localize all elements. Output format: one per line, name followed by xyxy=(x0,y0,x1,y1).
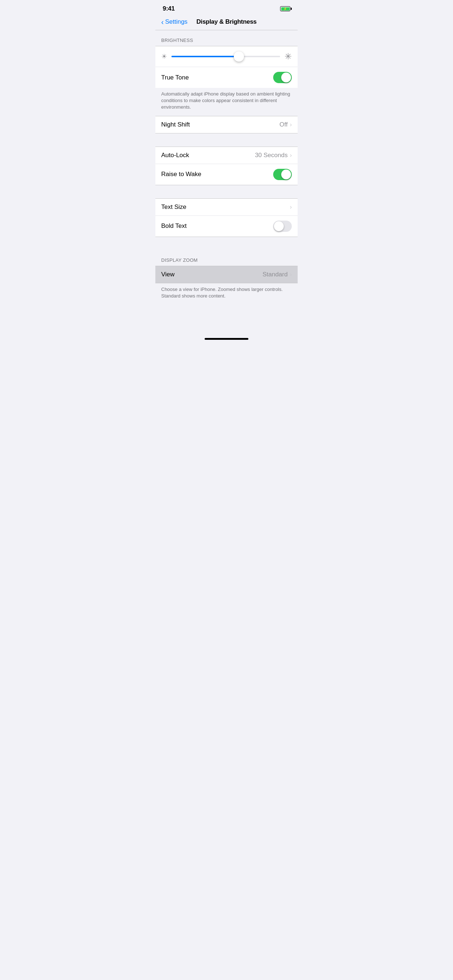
night-shift-label: Night Shift xyxy=(161,121,190,128)
back-label[interactable]: Settings xyxy=(165,18,187,25)
brightness-section-header: BRIGHTNESS xyxy=(155,30,298,46)
bold-text-cell[interactable]: Bold Text xyxy=(155,216,298,237)
text-size-cell[interactable]: Text Size › xyxy=(155,199,298,216)
brightness-slider-track[interactable] xyxy=(171,56,280,57)
auto-lock-label: Auto-Lock xyxy=(161,152,189,159)
raise-to-wake-label: Raise to Wake xyxy=(161,170,201,178)
display-zoom-section-header: DISPLAY ZOOM xyxy=(155,250,298,266)
brightness-card: ☀ ✳ True Tone xyxy=(155,46,298,88)
separator-1 xyxy=(155,134,298,146)
night-shift-value: Off xyxy=(279,121,287,128)
brightness-low-icon: ☀ xyxy=(161,52,167,60)
text-settings-card: Text Size › Bold Text xyxy=(155,198,298,237)
page-title: Display & Brightness xyxy=(194,18,259,25)
brightness-high-icon: ✳ xyxy=(284,51,292,62)
night-shift-card: Night Shift Off › xyxy=(155,116,298,134)
back-button[interactable]: ‹ Settings xyxy=(161,18,194,25)
bold-text-toggle[interactable] xyxy=(273,221,292,232)
brightness-slider-row[interactable]: ☀ ✳ xyxy=(155,46,298,67)
text-size-chevron-icon: › xyxy=(290,204,292,210)
view-cell[interactable]: View Standard › xyxy=(155,266,298,283)
home-indicator xyxy=(155,334,298,343)
display-zoom-card: View Standard › xyxy=(155,266,298,283)
true-tone-cell[interactable]: True Tone xyxy=(155,67,298,88)
text-size-label: Text Size xyxy=(161,204,187,211)
night-shift-cell[interactable]: Night Shift Off › xyxy=(155,116,298,133)
raise-to-wake-toggle-knob xyxy=(281,170,291,180)
status-time: 9:41 xyxy=(163,5,175,13)
raise-to-wake-toggle[interactable] xyxy=(273,169,292,180)
bold-text-label: Bold Text xyxy=(161,223,187,230)
home-bar xyxy=(205,338,248,340)
status-icons: ⚡ xyxy=(280,6,290,11)
view-value-container: Standard › xyxy=(263,271,292,278)
raise-to-wake-cell[interactable]: Raise to Wake xyxy=(155,164,298,185)
view-label: View xyxy=(161,271,175,278)
text-size-value-container: › xyxy=(290,204,292,210)
night-shift-value-container: Off › xyxy=(279,121,292,128)
view-value: Standard xyxy=(263,271,288,278)
brightness-slider-fill xyxy=(171,56,239,57)
separator-3 xyxy=(155,237,298,250)
auto-lock-chevron-icon: › xyxy=(290,152,292,159)
battery-icon: ⚡ xyxy=(280,6,290,11)
bold-text-toggle-knob xyxy=(274,221,284,231)
night-shift-chevron-icon: › xyxy=(290,121,292,128)
auto-lock-value-container: 30 Seconds › xyxy=(255,152,292,159)
auto-lock-value: 30 Seconds xyxy=(255,152,288,159)
true-tone-toggle[interactable] xyxy=(273,72,292,83)
auto-lock-cell[interactable]: Auto-Lock 30 Seconds › xyxy=(155,147,298,164)
true-tone-toggle-knob xyxy=(281,73,291,83)
status-bar: 9:41 ⚡ xyxy=(155,0,298,15)
bottom-spacer xyxy=(155,304,298,334)
true-tone-label: True Tone xyxy=(161,74,189,81)
nav-bar: ‹ Settings Display & Brightness xyxy=(155,15,298,30)
back-chevron-icon: ‹ xyxy=(161,18,164,25)
brightness-slider-thumb xyxy=(234,51,244,62)
lock-settings-card: Auto-Lock 30 Seconds › Raise to Wake xyxy=(155,146,298,185)
true-tone-description: Automatically adapt iPhone display based… xyxy=(155,88,298,116)
separator-2 xyxy=(155,185,298,198)
display-zoom-description: Choose a view for iPhone. Zoomed shows l… xyxy=(155,283,298,304)
view-chevron-icon: › xyxy=(290,271,292,278)
